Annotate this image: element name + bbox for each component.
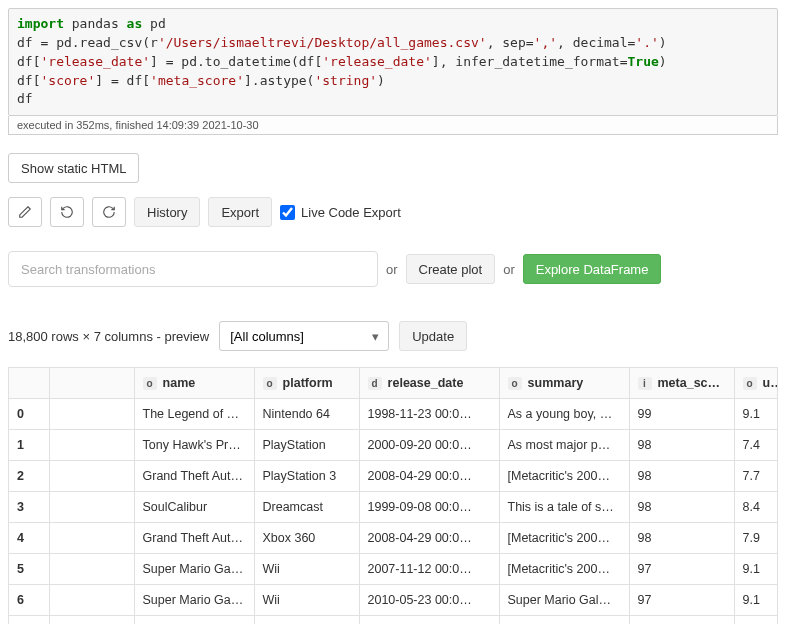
cell-meta-score: 97 [629,585,734,616]
cell-name: The Legend of Z… [134,399,254,430]
undo-icon [60,205,74,219]
cell-user: 7.4 [734,430,778,461]
cell-release-date: 2010-05-23 00:0… [359,585,499,616]
cell-user: 8.0 [734,616,778,624]
header-meta-score[interactable]: imeta_score [629,368,734,399]
redo-icon [102,205,116,219]
update-button[interactable]: Update [399,321,467,351]
header-index-blank[interactable] [9,368,49,399]
cell-platform: PlayStation [254,430,359,461]
cell-platform: Wii [254,554,359,585]
live-code-export-checkbox[interactable] [280,205,295,220]
cell-name: Red Dead Rede… [134,616,254,624]
table-row[interactable]: 3SoulCaliburDreamcast1999-09-08 00:0…Thi… [9,492,778,523]
cell-blank [49,492,134,523]
cell-platform: Wii [254,585,359,616]
columns-select[interactable]: [All columns] [219,321,389,351]
dataframe-table: oname oplatform drelease_date osummary i… [9,368,778,624]
cell-user: 7.9 [734,523,778,554]
cell-name: Super Mario Gal… [134,585,254,616]
cell-release-date: 2007-11-12 00:0… [359,554,499,585]
live-code-export-checkbox-wrap[interactable]: Live Code Export [280,205,401,220]
cell-user: 9.1 [734,554,778,585]
cell-index: 1 [9,430,49,461]
cell-meta-score: 97 [629,616,734,624]
history-button[interactable]: History [134,197,200,227]
cell-blank [49,461,134,492]
table-row[interactable]: 7Red Dead Rede…Xbox One2018-10-26 00:0…D… [9,616,778,624]
header-platform[interactable]: oplatform [254,368,359,399]
search-input[interactable] [8,251,378,287]
create-plot-button[interactable]: Create plot [406,254,496,284]
cell-blank [49,554,134,585]
header-user[interactable]: ouser [734,368,778,399]
execution-info: executed in 352ms, finished 14:09:39 202… [8,116,778,135]
cell-meta-score: 98 [629,461,734,492]
cell-summary: [Metacritic's 200… [499,461,629,492]
live-code-export-label: Live Code Export [301,205,401,220]
cell-user: 9.1 [734,399,778,430]
edit-button[interactable] [8,197,42,227]
cell-name: Tony Hawk's Pro… [134,430,254,461]
table-row[interactable]: 4Grand Theft Auto…Xbox 3602008-04-29 00:… [9,523,778,554]
cell-index: 5 [9,554,49,585]
cell-blank [49,399,134,430]
or-text-1: or [386,262,398,277]
explore-dataframe-button[interactable]: Explore DataFrame [523,254,662,284]
cell-summary: Super Mario Gal… [499,585,629,616]
cell-summary: [Metacritic's 200… [499,554,629,585]
cell-platform: PlayStation 3 [254,461,359,492]
or-text-2: or [503,262,515,277]
cell-summary: [Metacritic's 200… [499,523,629,554]
cell-platform: Xbox One [254,616,359,624]
table-row[interactable]: 1Tony Hawk's Pro…PlayStation2000-09-20 0… [9,430,778,461]
cell-release-date: 2008-04-29 00:0… [359,461,499,492]
pencil-icon [18,205,32,219]
cell-meta-score: 98 [629,523,734,554]
cell-release-date: 1998-11-23 00:0… [359,399,499,430]
table-row[interactable]: 2Grand Theft Auto…PlayStation 32008-04-2… [9,461,778,492]
table-header-row: oname oplatform drelease_date osummary i… [9,368,778,399]
cell-release-date: 2018-10-26 00:0… [359,616,499,624]
cell-index: 4 [9,523,49,554]
cell-platform: Nintendo 64 [254,399,359,430]
cell-name: Super Mario Gal… [134,554,254,585]
header-summary[interactable]: osummary [499,368,629,399]
cell-meta-score: 99 [629,399,734,430]
cell-user: 7.7 [734,461,778,492]
cell-blank [49,585,134,616]
dataframe-table-wrap: oname oplatform drelease_date osummary i… [8,367,778,624]
export-button[interactable]: Export [208,197,272,227]
table-row[interactable]: 0The Legend of Z…Nintendo 641998-11-23 0… [9,399,778,430]
cell-name: Grand Theft Auto… [134,461,254,492]
header-release-date[interactable]: drelease_date [359,368,499,399]
cell-meta-score: 97 [629,554,734,585]
cell-name: SoulCalibur [134,492,254,523]
table-row[interactable]: 5Super Mario Gal…Wii2007-11-12 00:0…[Met… [9,554,778,585]
cell-summary: This is a tale of s… [499,492,629,523]
redo-button[interactable] [92,197,126,227]
cell-index: 6 [9,585,49,616]
cell-user: 9.1 [734,585,778,616]
code-cell[interactable]: import pandas as pd df = pd.read_csv(r'/… [8,8,778,116]
cell-summary: Developed by th… [499,616,629,624]
cell-user: 8.4 [734,492,778,523]
cell-blank [49,616,134,624]
cell-release-date: 1999-09-08 00:0… [359,492,499,523]
show-static-html-button[interactable]: Show static HTML [8,153,139,183]
cell-index: 0 [9,399,49,430]
cell-meta-score: 98 [629,492,734,523]
cell-release-date: 2008-04-29 00:0… [359,523,499,554]
cell-meta-score: 98 [629,430,734,461]
undo-button[interactable] [50,197,84,227]
cell-blank [49,430,134,461]
header-name[interactable]: oname [134,368,254,399]
cell-blank [49,523,134,554]
cell-index: 3 [9,492,49,523]
cell-index: 7 [9,616,49,624]
cell-release-date: 2000-09-20 00:0… [359,430,499,461]
header-index-blank2[interactable] [49,368,134,399]
cell-summary: As most major p… [499,430,629,461]
cell-name: Grand Theft Auto… [134,523,254,554]
table-row[interactable]: 6Super Mario Gal…Wii2010-05-23 00:0…Supe… [9,585,778,616]
